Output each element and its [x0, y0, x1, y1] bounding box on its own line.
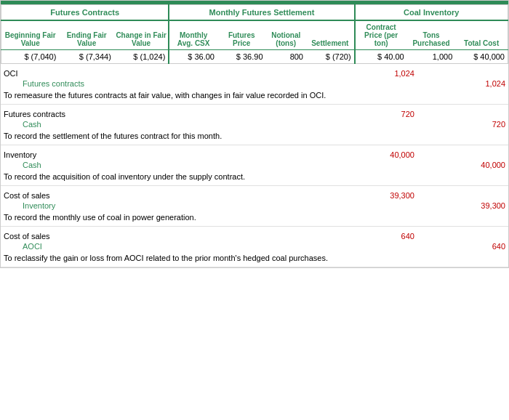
coal-section-header: Coal Inventory: [355, 5, 508, 21]
journal-group-4: Cost of sales39,300Inventory39,300To rec…: [1, 186, 508, 227]
notional-header: Notional (tons): [266, 20, 306, 50]
contract-price-header: Contract Price (per ton): [355, 20, 407, 50]
journal-group-1: OCI1,024Futures contracts1,024To remeasu…: [1, 64, 508, 105]
beginning-value: $ (7,040): [1, 50, 60, 64]
journal-account-name: Cost of sales: [1, 190, 326, 201]
journal-entry-4-2: Inventory39,300: [1, 201, 508, 211]
journal-entry-5-2: AOCI640: [1, 241, 508, 251]
header-table: Futures Contracts Monthly Futures Settle…: [1, 4, 508, 64]
journal-account-name: Inventory: [1, 150, 326, 160]
journal-entry-4-1: Cost of sales39,300: [1, 190, 508, 201]
notional-value: 800: [266, 50, 306, 64]
journal-description: To record the settlement of the futures …: [1, 129, 508, 145]
journal-debit: [326, 119, 417, 129]
journal-entry-3-2: Cash40,000: [1, 160, 508, 170]
journal-account-name: Cash: [1, 119, 326, 129]
beginning-header: Beginning Fair Value: [1, 20, 60, 50]
futures-price-value: $ 36.90: [217, 50, 266, 64]
journal-debit: 640: [326, 231, 417, 241]
journal-credit: [417, 231, 508, 241]
monthly-section-header: Monthly Futures Settlement: [169, 5, 354, 21]
tons-purchased-header: Tons Purchased: [407, 20, 456, 50]
journal-debit: 720: [326, 109, 417, 119]
ending-value: $ (7,344): [59, 50, 113, 64]
journal-description: To remeasure the futures contracts at fa…: [1, 89, 508, 104]
journal-credit: 640: [417, 241, 508, 251]
journal-account-name: Cash: [1, 160, 326, 170]
journal-credit: [417, 150, 508, 160]
journal-account-name: AOCI: [1, 241, 326, 251]
journal-entries-container: OCI1,024Futures contracts1,024To remeasu…: [1, 64, 508, 267]
journal-group-5: Cost of sales640AOCI640To reclassify the…: [1, 227, 508, 267]
journal-credit: [417, 68, 508, 78]
journal-account-name: OCI: [1, 68, 326, 78]
journal-credit: 39,300: [417, 201, 508, 211]
journal-description: To record the monthly use of coal in pow…: [1, 211, 508, 226]
settlement-value: $ (720): [306, 50, 355, 64]
journal-description: To reclassify the gain or loss from AOCI…: [1, 251, 508, 267]
journal-credit: [417, 109, 508, 119]
monthly-avg-header: Monthly Avg. CSX: [169, 20, 217, 50]
journal-account-name: Inventory: [1, 201, 326, 211]
journal-entry-1-2: Futures contracts1,024: [1, 78, 508, 89]
journal-debit: 40,000: [326, 150, 417, 160]
section-headers-row: Futures Contracts Monthly Futures Settle…: [1, 5, 508, 21]
journal-group-2: Futures contracts720Cash720To record the…: [1, 105, 508, 145]
journal-debit: [326, 78, 417, 89]
tons-purchased-value: 1,000: [407, 50, 456, 64]
journal-credit: [417, 190, 508, 201]
journal-entry-2-1: Futures contracts720: [1, 109, 508, 119]
journal-credit: 720: [417, 119, 508, 129]
journal-debit: 1,024: [326, 68, 417, 78]
journal-entry-1-1: OCI1,024: [1, 68, 508, 78]
journal-debit: [326, 201, 417, 211]
total-cost-header: Total Cost: [455, 20, 508, 50]
main-container: Futures Contracts Monthly Futures Settle…: [0, 0, 509, 268]
journal-entry-5-1: Cost of sales640: [1, 231, 508, 241]
ending-header: Ending Fair Value: [59, 20, 113, 50]
journal-debit: [326, 241, 417, 251]
journal-debit: [326, 160, 417, 170]
journal-debit: 39,300: [326, 190, 417, 201]
settlement-header: Settlement: [306, 20, 355, 50]
journal-entry-2-2: Cash720: [1, 119, 508, 129]
journal-account-name: Futures contracts: [1, 78, 326, 89]
journal-group-3: Inventory40,000Cash40,000To record the a…: [1, 145, 508, 186]
journal-account-name: Cost of sales: [1, 231, 326, 241]
journal-description: To record the acquisition of coal invent…: [1, 170, 508, 185]
change-value: $ (1,024): [114, 50, 169, 64]
journal-credit: 1,024: [417, 78, 508, 89]
monthly-avg-value: $ 36.00: [169, 50, 217, 64]
sub-headers-row: Beginning Fair Value Ending Fair Value C…: [1, 20, 508, 50]
total-cost-value: $ 40,000: [455, 50, 508, 64]
data-row: $ (7,040) $ (7,344) $ (1,024) $ 36.00 $ …: [1, 50, 508, 64]
journal-account-name: Futures contracts: [1, 109, 326, 119]
journal-entry-3-1: Inventory40,000: [1, 150, 508, 160]
change-header: Change in Fair Value: [114, 20, 169, 50]
futures-section-header: Futures Contracts: [1, 5, 169, 21]
contract-price-value: $ 40.00: [355, 50, 407, 64]
journal-credit: 40,000: [417, 160, 508, 170]
futures-price-header: Futures Price: [217, 20, 266, 50]
